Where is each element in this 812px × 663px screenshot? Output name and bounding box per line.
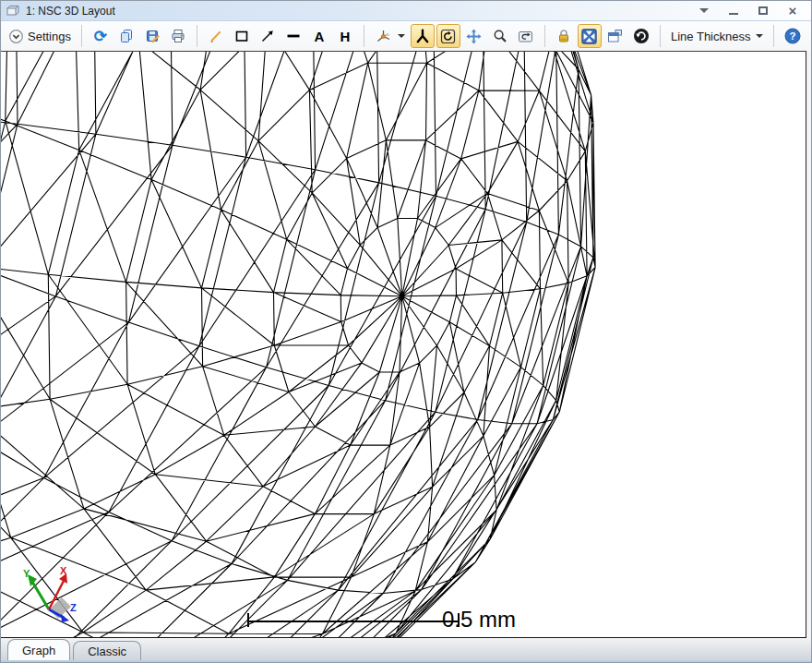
window-title: 1: NSC 3D Layout [26, 5, 115, 18]
spin-mode-button[interactable] [436, 24, 460, 48]
settings-button[interactable]: Settings [5, 24, 75, 48]
scale-label: 0.5 mm [442, 607, 516, 633]
zoom-reset-button[interactable] [514, 24, 538, 48]
copy-icon [119, 29, 134, 43]
print-icon [171, 29, 185, 43]
close-icon: × [789, 3, 797, 18]
copy-button[interactable] [114, 24, 138, 48]
window-controls: × [697, 5, 811, 18]
arrow-icon [260, 29, 275, 43]
nsc-3d-layout-window: 1: NSC 3D Layout × Settings⟳AHLine Thick… [0, 0, 812, 663]
text-tool-button-glyph: A [315, 29, 325, 44]
scale-bar-line [247, 621, 460, 622]
toolbar-separator [544, 25, 545, 47]
triad-x-label: X [60, 567, 67, 576]
toolbar: Settings⟳AHLine Thickness? [1, 21, 811, 51]
triad-z-label: Z [70, 602, 77, 613]
maximize-icon [758, 6, 768, 15]
pan-mode-button[interactable] [462, 24, 486, 48]
window-3d-icon [6, 5, 20, 18]
zoom-mode-button[interactable] [488, 24, 512, 48]
pencil-tool-button[interactable] [204, 24, 228, 48]
reset-view-button[interactable] [629, 24, 653, 48]
refresh-icon: ⟳ [94, 29, 107, 44]
settings-icon [8, 29, 24, 44]
rotate-icon [440, 29, 456, 44]
toolbar-separator [197, 25, 197, 47]
line-icon [286, 29, 301, 43]
wireframe-sphere [1, 52, 806, 637]
fit-window-button[interactable] [578, 24, 602, 48]
print-button[interactable] [166, 24, 190, 48]
tab-label: Classic [88, 645, 126, 658]
zoomreset-icon [518, 29, 533, 43]
toolbar-separator [81, 25, 82, 47]
rect-icon [234, 29, 249, 43]
history-icon [633, 28, 650, 44]
dimension-tool-button[interactable]: H [333, 24, 357, 48]
tab-label: Graph [22, 644, 55, 657]
pencil-icon [209, 29, 223, 43]
save-button[interactable] [140, 24, 164, 48]
fit-icon [581, 29, 597, 44]
minimize-icon [729, 7, 738, 15]
dimension-tool-button-glyph: H [340, 29, 351, 44]
maximize-button[interactable] [756, 5, 770, 18]
invertedY-icon [415, 29, 430, 43]
window-icon [607, 29, 623, 43]
line-tool-button[interactable] [281, 24, 305, 48]
refresh-button[interactable]: ⟳ [89, 24, 113, 48]
caret-down-icon [756, 34, 763, 38]
title-bar: 1: NSC 3D Layout × [1, 1, 811, 21]
lock-icon [556, 29, 571, 43]
toolbar-separator [660, 25, 661, 47]
magnifier-icon [493, 29, 508, 43]
view-tab-bar: GraphClassic [1, 638, 811, 660]
window-menu-button[interactable] [697, 5, 711, 18]
active-window-button[interactable] [603, 24, 627, 48]
line-thickness-dropdown[interactable]: Line Thickness [667, 24, 767, 48]
help-button[interactable]: ? [781, 24, 805, 48]
pan-icon [466, 29, 482, 44]
rectangle-tool-button[interactable] [230, 24, 254, 48]
text-tool-button[interactable]: A [307, 24, 331, 48]
axes3d-icon [375, 29, 392, 44]
sphere-mesh-lines [1, 52, 595, 637]
minimize-button[interactable] [726, 5, 741, 18]
caret-down-icon [398, 34, 405, 38]
svg-text:?: ? [790, 30, 796, 42]
tab-graph[interactable]: Graph [7, 639, 70, 660]
caret-down-icon [699, 8, 709, 13]
scale-bar: 0.5 mm [247, 609, 543, 638]
settings-button-label: Settings [28, 30, 71, 43]
toolbar-separator [773, 25, 774, 47]
close-button[interactable]: × [785, 5, 800, 18]
layout-3d-viewport[interactable]: 0.5 mm Y X Z [1, 51, 806, 638]
arrow-tool-button[interactable] [256, 24, 280, 48]
lock-button[interactable] [552, 24, 576, 48]
help-icon: ? [784, 28, 801, 44]
scale-bar-tick-left [247, 613, 249, 627]
orientation-triad: Y X Z [21, 567, 82, 628]
toolbar-separator [364, 25, 364, 47]
line-thickness-dropdown-label: Line Thickness [671, 30, 750, 43]
triad-y-label: Y [23, 568, 30, 579]
orientation-menu-button[interactable] [371, 24, 409, 48]
save-icon [145, 29, 160, 43]
tab-classic[interactable]: Classic [73, 641, 141, 660]
rotate-mode-button[interactable] [411, 24, 435, 48]
